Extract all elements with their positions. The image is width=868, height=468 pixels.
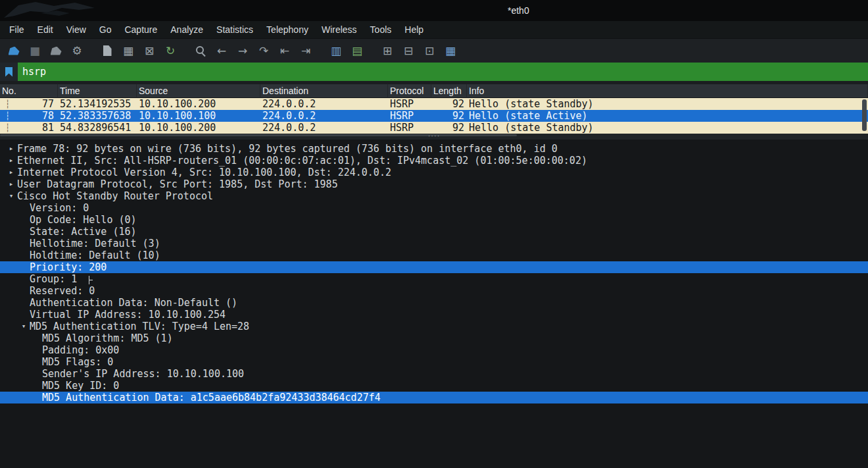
menu-file[interactable]: File [3, 22, 31, 38]
open-file-button[interactable] [97, 41, 117, 60]
menu-tools[interactable]: Tools [364, 22, 398, 38]
detail-field-text: Version: 0 [30, 202, 89, 214]
zoom-in-icon: ⊞ [383, 45, 392, 57]
restart-capture-button[interactable] [46, 41, 66, 60]
menu-edit[interactable]: Edit [31, 22, 60, 38]
column-header-time[interactable]: Time [58, 84, 137, 98]
detail-row[interactable]: Group: 1 [0, 273, 868, 285]
close-file-button[interactable]: ⊠ [139, 41, 159, 60]
zoom-out-icon: ⊟ [404, 45, 413, 57]
normal-size-button[interactable]: ⊡ [420, 41, 439, 60]
cell-protocol: HSRP [388, 110, 431, 122]
detail-field-text: Group: 1 [30, 273, 77, 285]
detail-row[interactable]: ▸Internet Protocol Version 4, Src: 10.10… [0, 167, 868, 178]
reload-button[interactable]: ↻ [160, 41, 180, 60]
filter-bookmark-button[interactable] [0, 63, 18, 81]
display-filter-value: hsrp [22, 66, 46, 78]
expand-arrow-icon[interactable]: ▸ [5, 167, 17, 178]
go-to-packet-button[interactable]: ↷ [254, 41, 274, 60]
menu-help[interactable]: Help [398, 22, 430, 38]
detail-row[interactable]: Op Code: Hello (0) [0, 214, 868, 226]
detail-row[interactable]: Padding: 0x00 [0, 344, 868, 356]
expand-arrow-icon[interactable]: ▸ [5, 143, 17, 155]
menu-analyze[interactable]: Analyze [164, 22, 210, 38]
detail-row[interactable]: MD5 Key ID: 0 [0, 380, 868, 392]
expand-arrow-icon[interactable]: ▾ [5, 190, 17, 202]
packet-list-header: No.TimeSourceDestinationProtocolLengthIn… [0, 84, 868, 98]
save-file-button[interactable]: ▦ [118, 41, 138, 60]
start-capture-button[interactable] [4, 41, 24, 60]
detail-field-text: User Datagram Protocol, Src Port: 1985, … [17, 178, 338, 190]
detail-row[interactable]: Virtual IP Address: 10.10.100.254 [0, 309, 868, 321]
go-forward-button[interactable]: → [233, 41, 253, 60]
cell-length: 92 [431, 98, 467, 110]
detail-field-text: State: Active (16) [30, 226, 137, 238]
detail-row[interactable]: MD5 Authentication Data: a1c5aae6b84b2fa… [0, 392, 868, 403]
detail-row[interactable]: MD5 Flags: 0 [0, 356, 868, 368]
colorize-packets-button[interactable]: ▤ [347, 41, 367, 60]
display-filter-input[interactable]: hsrp [18, 63, 868, 81]
save-file-icon: ▦ [123, 45, 133, 57]
detail-row[interactable]: ▸Ethernet II, Src: All-HSRP-routers_01 (… [0, 155, 868, 167]
auto-scroll-button[interactable]: ▥ [326, 41, 346, 60]
cell-source: 10.10.100.200 [137, 122, 260, 134]
packet-row[interactable]: ┆7852.38335763810.10.100.100224.0.0.2HSR… [0, 110, 868, 122]
menu-capture[interactable]: Capture [118, 22, 164, 38]
window-title: *eth0 [508, 5, 529, 16]
expand-arrow-icon[interactable]: ▾ [18, 321, 30, 332]
detail-row[interactable]: Reserved: 0 [0, 285, 868, 297]
packet-list: No.TimeSourceDestinationProtocolLengthIn… [0, 81, 868, 134]
column-header-no[interactable]: No. [0, 84, 58, 98]
go-last-packet-button[interactable]: ⇥ [296, 41, 316, 60]
expand-arrow-icon[interactable]: ▸ [5, 155, 17, 167]
menu-go[interactable]: Go [93, 22, 118, 38]
column-header-protocol[interactable]: Protocol [388, 84, 431, 98]
detail-row[interactable]: ▸User Datagram Protocol, Src Port: 1985,… [0, 178, 868, 190]
packet-list-scrollbar[interactable] [862, 99, 867, 131]
detail-row[interactable]: State: Active (16) [0, 226, 868, 238]
toolbar-separator [181, 41, 189, 60]
menu-view[interactable]: View [60, 22, 93, 38]
capture-options-button[interactable]: ⚙ [67, 41, 87, 60]
detail-row[interactable]: Version: 0 [0, 202, 868, 214]
detail-row[interactable]: ▾Cisco Hot Standby Router Protocol [0, 190, 868, 202]
horizontal-scrollbar[interactable] [0, 134, 517, 136]
packet-row[interactable]: ┆7752.13419253510.10.100.200224.0.0.2HSR… [0, 98, 868, 110]
menu-statistics[interactable]: Statistics [210, 22, 260, 38]
detail-row[interactable]: ▸Frame 78: 92 bytes on wire (736 bits), … [0, 143, 868, 155]
stop-capture-button[interactable]: ■ [25, 41, 45, 60]
related-packet-indicator: ┆ [5, 110, 10, 122]
menu-wireless[interactable]: Wireless [315, 22, 364, 38]
column-header-length[interactable]: Length [431, 84, 467, 98]
detail-row[interactable]: Holdtime: Default (10) [0, 249, 868, 261]
go-back-button[interactable]: ← [212, 41, 231, 60]
pane-splitter[interactable] [0, 134, 868, 140]
detail-row[interactable]: Authentication Data: Non-Default () [0, 297, 868, 309]
detail-row[interactable]: ▾MD5 Authentication TLV: Type=4 Len=28 [0, 321, 868, 332]
related-packet-indicator: ┆ [5, 122, 10, 134]
go-back-icon: ← [217, 45, 226, 57]
cell-source: 10.10.100.200 [137, 98, 260, 110]
find-packet-button[interactable] [191, 41, 210, 60]
cell-source: 10.10.100.100 [137, 110, 260, 122]
resize-columns-button[interactable]: ▦ [441, 41, 460, 60]
detail-field-text: Priority: 200 [30, 261, 107, 273]
menu-telephony[interactable]: Telephony [260, 22, 315, 38]
column-header-source[interactable]: Source [137, 84, 260, 98]
go-first-packet-button[interactable]: ⇤ [275, 41, 295, 60]
packet-list-rows: ┆7752.13419253510.10.100.200224.0.0.2HSR… [0, 98, 868, 134]
detail-field-text: Frame 78: 92 bytes on wire (736 bits), 9… [17, 143, 558, 155]
column-header-destination[interactable]: Destination [260, 84, 388, 98]
detail-row[interactable]: Hellotime: Default (3) [0, 238, 868, 249]
detail-row[interactable]: Sender's IP Address: 10.10.100.100 [0, 368, 868, 380]
expand-arrow-icon[interactable]: ▸ [5, 178, 17, 190]
zoom-out-button[interactable]: ⊟ [398, 41, 418, 60]
column-header-info[interactable]: Info [467, 84, 868, 98]
titlebar: *eth0 [0, 0, 868, 21]
zoom-in-button[interactable]: ⊞ [377, 41, 397, 60]
detail-row[interactable]: MD5 Algorithm: MD5 (1) [0, 332, 868, 344]
cell-length: 92 [431, 110, 467, 122]
detail-field-text: Virtual IP Address: 10.10.100.254 [30, 309, 226, 321]
detail-row[interactable]: Priority: 200 [0, 261, 868, 273]
detail-field-text: MD5 Authentication Data: a1c5aae6b84b2fa… [42, 392, 381, 403]
